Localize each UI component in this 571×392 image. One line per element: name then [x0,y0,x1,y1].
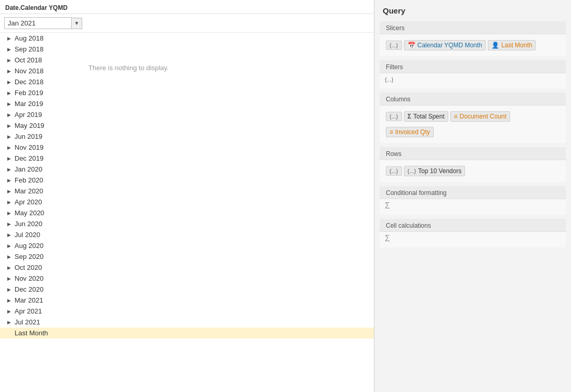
chevron-icon: ▶ [7,112,12,117]
list-item[interactable]: ▶Oct 2018 [0,55,374,66]
list-item[interactable]: ▶Dec 2020 [0,284,374,295]
list-item-label: Nov 2018 [15,67,44,75]
slicers-badge-person[interactable]: 👤 Last Month [488,40,536,50]
list-item[interactable]: ▶Dec 2019 [0,153,374,164]
list-item-label: Nov 2020 [15,275,44,282]
chevron-icon: ▶ [7,47,12,52]
chevron-icon: ▶ [7,134,12,139]
list-item[interactable]: ▶Nov 2020 [0,273,374,284]
list-item-label: Apr 2020 [15,198,42,206]
list-item[interactable]: ▶Oct 2020 [0,262,374,273]
list-item[interactable]: ▶Aug 2020 [0,240,374,251]
list-item-label: Jun 2019 [15,133,43,140]
list-item-label: Jul 2021 [15,318,40,326]
list-item[interactable]: ▶Jan 2020 [0,164,374,175]
list-content[interactable]: ▶Aug 2018▶Sep 2018▶Oct 2018▶Nov 2018▶Dec… [0,33,374,392]
list-item[interactable]: ▶Mar 2021 [0,295,374,306]
columns-badge-sigma[interactable]: Σ Total Spent [404,111,448,122]
chevron-icon: ▶ [7,101,12,107]
right-panel: Query Slicers {...} 📅 Calendar YQMD Mont… [374,0,571,392]
list-item[interactable]: ▶Nov 2019 [0,142,374,153]
list-item-label: Jul 2020 [15,231,40,239]
list-item-label: Mar 2021 [15,296,43,304]
conditional-formatting-label: Conditional formatting [380,186,566,199]
list-item-label: Nov 2019 [15,143,44,151]
cell-calculations-section: Cell calculations Σ [380,219,566,247]
rows-item-row: {...} {...} Top 10 Vendors [385,163,561,179]
conditional-formatting-content: Σ [380,199,566,215]
columns-label: Columns [380,93,566,105]
chevron-icon: ▶ [7,309,12,314]
columns-doccount-text: Document Count [460,113,507,120]
list-item[interactable]: ▶Sep 2020 [0,251,374,262]
chevron-icon: ▶ [7,69,12,74]
dots-icon: {...} [390,42,398,48]
list-item-label: Dec 2019 [15,154,44,162]
list-item[interactable]: ▶May 2020 [0,207,374,218]
chevron-icon: ▶ [7,145,12,150]
chevron-icon: ▶ [7,156,12,161]
list-item[interactable]: ▶Aug 2018 [0,33,374,44]
list-item-label: Dec 2018 [15,78,44,86]
list-item[interactable]: ▶Jul 2021 [0,317,374,328]
list-item[interactable]: ▶Feb 2019 [0,87,374,98]
dropdown-arrow-icon[interactable]: ▼ [72,18,82,29]
list-item[interactable]: ▶Apr 2021 [0,306,374,317]
filters-content: {...} [380,73,566,88]
list-item-label: May 2020 [15,209,44,217]
list-item[interactable]: ▶Apr 2019 [0,109,374,120]
list-item[interactable]: ▶Nov 2018 [0,66,374,76]
list-item[interactable]: ▶Feb 2020 [0,175,374,186]
rows-content: {...} {...} Top 10 Vendors [380,160,566,182]
slicers-label: Slicers [380,21,566,34]
list-item[interactable]: ▶Dec 2018 [0,76,374,87]
columns-badge-doccount[interactable]: ≡ Document Count [450,111,510,122]
list-item[interactable]: ▶Mar 2019 [0,98,374,109]
columns-item-row2: ≡ Invoiced Qty [385,124,561,140]
columns-badge-invoiced[interactable]: ≡ Invoiced Qty [386,127,434,137]
rows-badge-dots[interactable]: {...} [386,166,402,176]
filters-label: Filters [380,60,566,73]
calendar-dropdown[interactable]: Jan 2021 [4,17,72,29]
left-panel: Date.Calendar YQMD Jan 2021 ▼ ▶Aug 2018▶… [0,0,374,392]
query-title: Query [374,0,571,19]
cell-calculations-content: Σ [380,231,566,247]
dots-icon4: {...} [408,168,417,174]
columns-invoiced-text: Invoiced Qty [395,128,430,136]
person-icon: 👤 [491,42,499,49]
chevron-icon: ▶ [7,276,12,281]
list-item[interactable]: ▶Jun 2019 [0,131,374,142]
list-icon1: ≡ [454,113,458,120]
chevron-icon: ▶ [7,211,12,216]
sigma-icon-cc: Σ [385,234,390,243]
list-item[interactable]: ▶Jun 2020 [0,218,374,229]
list-item[interactable]: ▶Mar 2020 [0,186,374,197]
slicers-content: {...} 📅 Calendar YQMD Month 👤 Last Month [380,34,566,56]
list-item[interactable]: ▶Sep 2018 [0,44,374,55]
filters-dots: {...} [385,76,394,83]
columns-badge-dots[interactable]: {...} [386,112,402,121]
list-item[interactable]: ▶Apr 2020 [0,197,374,207]
list-area: ▶Aug 2018▶Sep 2018▶Oct 2018▶Nov 2018▶Dec… [0,33,374,392]
slicers-badge-calendar[interactable]: 📅 Calendar YQMD Month [404,40,486,50]
columns-content: {...} Σ Total Spent ≡ Document Count ≡ I… [380,105,566,143]
chevron-icon: ▶ [7,58,12,63]
chevron-icon: ▶ [7,287,12,292]
list-item-label: Apr 2019 [15,111,42,119]
chevron-icon: ▶ [7,189,12,194]
list-item[interactable]: Last Month [0,328,374,338]
list-item-label: Mar 2020 [15,187,43,195]
slicers-badge-dots[interactable]: {...} [386,41,402,50]
list-item[interactable]: ▶Jul 2020 [0,229,374,240]
list-item[interactable]: ▶May 2019 [0,120,374,131]
list-item-label: Aug 2018 [15,34,44,42]
list-item-label: Sep 2018 [15,45,44,53]
rows-badge-top10[interactable]: {...} Top 10 Vendors [404,166,465,176]
list-item-label: Aug 2020 [15,242,44,250]
sigma-icon1: Σ [408,113,411,120]
list-item-label: Apr 2021 [15,307,42,315]
slicers-calendar-text: Calendar YQMD Month [418,42,483,49]
dropdown-row: Jan 2021 ▼ [0,14,374,33]
columns-item-row1: {...} Σ Total Spent ≡ Document Count [385,109,561,124]
chevron-icon: ▶ [7,167,12,172]
